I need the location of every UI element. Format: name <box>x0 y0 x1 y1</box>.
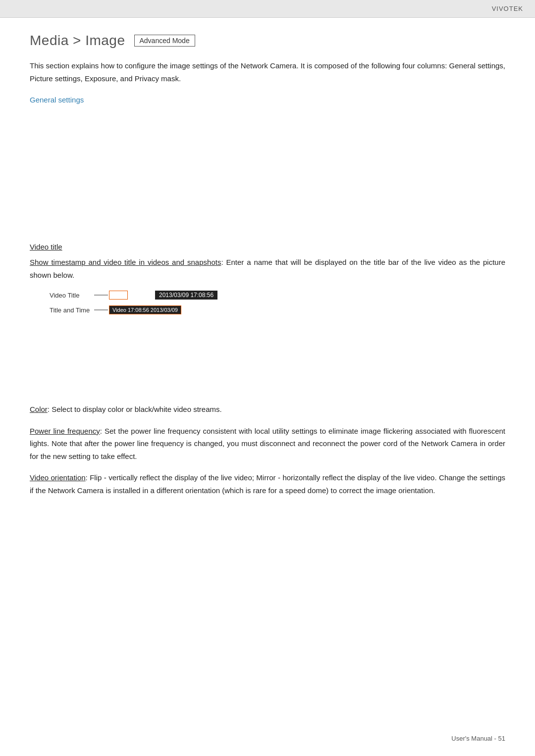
video-title-section: Video title Show timestamp and video tit… <box>30 243 505 315</box>
video-orient-label: Video orientation <box>30 473 86 482</box>
page-title: Media > Image <box>30 33 125 49</box>
video-orient-text: : Flip - vertically reflect the display … <box>30 473 505 495</box>
spacer-1 <box>30 324 505 403</box>
intro-paragraph: This section explains how to configure t… <box>30 59 505 85</box>
power-line-paragraph: Power line frequency: Set the power line… <box>30 425 505 463</box>
video-title-row: Video Title 2013/03/09 17:08:56 <box>50 290 505 300</box>
color-section: Color: Select to display color or black/… <box>30 403 505 416</box>
video-title-input-box <box>109 291 128 300</box>
brand-label: VIVOTEK <box>492 5 523 12</box>
timestamp-display: 2013/03/09 17:08:56 <box>155 291 217 300</box>
power-line-label: Power line frequency <box>30 427 100 435</box>
video-title-diagram: Video Title 2013/03/09 17:08:56 Title an… <box>50 290 505 315</box>
connector-line-2 <box>94 305 109 315</box>
video-orientation-section: Video orientation: Flip - vertically ref… <box>30 471 505 497</box>
top-bar: VIVOTEK <box>0 0 535 18</box>
show-timestamp-desc: Show timestamp and video title in videos… <box>30 256 505 281</box>
page-header: Media > Image Advanced Mode <box>30 33 505 49</box>
show-timestamp-link[interactable]: Show timestamp and video title in videos… <box>30 258 221 266</box>
connector-line-1 <box>94 290 109 300</box>
general-settings-link[interactable]: General settings <box>30 96 505 104</box>
content-area: Media > Image Advanced Mode This section… <box>0 18 535 535</box>
advanced-mode-badge[interactable]: Advanced Mode <box>134 35 195 47</box>
title-and-time-label: Title and Time <box>50 306 94 314</box>
color-paragraph: Color: Select to display color or black/… <box>30 403 505 416</box>
title-time-display: Video 17:08:56 2013/03/09 <box>109 305 181 314</box>
video-title-heading: Video title <box>30 243 62 251</box>
video-orientation-paragraph: Video orientation: Flip - vertically ref… <box>30 471 505 497</box>
footer: User's Manual - 51 <box>451 735 505 742</box>
footer-text: User's Manual - 51 <box>451 735 505 742</box>
video-title-label: Video Title <box>50 292 94 299</box>
color-text: : Select to display color or black/white… <box>48 405 222 413</box>
power-line-section: Power line frequency: Set the power line… <box>30 425 505 463</box>
power-line-text: : Set the power line frequency consisten… <box>30 427 505 460</box>
title-and-time-row: Title and Time Video 17:08:56 2013/03/09 <box>50 305 505 315</box>
color-label: Color <box>30 405 48 413</box>
